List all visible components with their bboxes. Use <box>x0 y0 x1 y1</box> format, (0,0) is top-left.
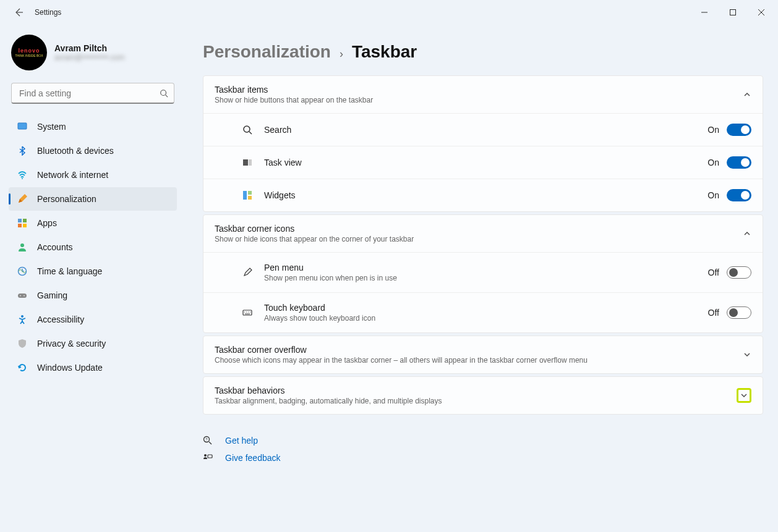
search-icon <box>160 89 168 98</box>
sidebar: lenovo THINK INSIDE BOX Avram Piltch avr… <box>0 25 186 532</box>
svg-rect-7 <box>18 224 22 227</box>
sidebar-item-bluetooth[interactable]: Bluetooth & devices <box>9 139 177 163</box>
section-overflow: Taskbar corner overflow Choose which ico… <box>203 336 763 374</box>
search-icon <box>241 125 254 135</box>
toggle-search[interactable] <box>727 124 751 136</box>
get-help-link: ? Get help <box>203 432 763 449</box>
widgets-icon <box>241 190 254 200</box>
chevron-down-icon <box>737 388 751 403</box>
nav: System Bluetooth & devices Network & int… <box>9 115 177 379</box>
svg-point-13 <box>24 295 25 297</box>
sidebar-item-system[interactable]: System <box>9 115 177 138</box>
maximize-button[interactable] <box>719 0 747 25</box>
titlebar: Settings <box>0 0 778 25</box>
network-icon <box>16 170 28 180</box>
search-box <box>11 83 174 104</box>
row-touch-keyboard: Touch keyboard Always show touch keyboar… <box>203 292 763 332</box>
avatar: lenovo THINK INSIDE BOX <box>11 35 47 70</box>
update-icon <box>16 363 28 373</box>
section-header-overflow[interactable]: Taskbar corner overflow Choose which ico… <box>203 336 763 373</box>
section-header-corner-icons[interactable]: Taskbar corner icons Show or hide icons … <box>203 215 763 252</box>
row-pen-menu: Pen menu Show pen menu icon when pen is … <box>203 252 763 292</box>
svg-point-4 <box>22 178 23 179</box>
maximize-icon <box>729 9 737 16</box>
feedback-link: Give feedback <box>203 449 763 467</box>
svg-rect-17 <box>249 159 252 166</box>
svg-rect-5 <box>18 219 22 222</box>
svg-rect-8 <box>23 224 27 227</box>
sidebar-item-privacy[interactable]: Privacy & security <box>9 332 177 355</box>
pen-icon <box>241 268 254 277</box>
privacy-icon <box>16 339 28 348</box>
svg-rect-2 <box>18 123 27 129</box>
minimize-button[interactable] <box>690 0 719 25</box>
svg-rect-25 <box>208 455 212 458</box>
page-title: Taskbar <box>352 42 417 62</box>
svg-rect-0 <box>730 10 736 15</box>
arrow-left-icon <box>14 7 24 17</box>
svg-text:?: ? <box>205 437 208 441</box>
help-links: ? Get help Give feedback <box>203 432 763 467</box>
section-corner-icons: Taskbar corner icons Show or hide icons … <box>203 214 763 333</box>
sidebar-item-personalization[interactable]: Personalization <box>9 187 177 211</box>
sidebar-item-network[interactable]: Network & internet <box>9 163 177 187</box>
help-icon: ? <box>203 436 215 445</box>
breadcrumb-sep: › <box>340 48 343 61</box>
close-button[interactable] <box>747 0 776 25</box>
svg-point-9 <box>20 243 24 247</box>
window-title: Settings <box>35 8 61 17</box>
time-icon <box>16 266 28 276</box>
breadcrumb-parent[interactable]: Personalization <box>203 42 331 62</box>
back-button[interactable] <box>11 5 26 20</box>
section-header-items[interactable]: Taskbar items Show or hide buttons that … <box>203 76 763 113</box>
profile-name: Avram Piltch <box>54 43 125 53</box>
svg-point-1 <box>161 90 166 96</box>
section-behaviors: Taskbar behaviors Taskbar alignment, bad… <box>203 376 763 415</box>
gaming-icon <box>16 290 28 300</box>
svg-rect-19 <box>248 191 252 195</box>
bluetooth-icon <box>16 146 28 156</box>
svg-point-15 <box>244 126 250 132</box>
chevron-down-icon <box>743 350 751 359</box>
toggle-pen[interactable] <box>727 266 751 279</box>
svg-rect-21 <box>243 310 252 315</box>
feedback-icon <box>203 453 215 463</box>
accessibility-icon <box>16 315 28 324</box>
profile[interactable]: lenovo THINK INSIDE BOX Avram Piltch avr… <box>9 31 177 80</box>
svg-rect-6 <box>23 219 27 222</box>
close-icon <box>758 9 765 16</box>
search-input[interactable] <box>11 83 174 104</box>
breadcrumb: Personalization › Taskbar <box>203 42 763 62</box>
toggle-widgets[interactable] <box>727 189 751 201</box>
sidebar-item-gaming[interactable]: Gaming <box>9 284 177 307</box>
chevron-up-icon <box>743 90 751 99</box>
row-widgets: Widgets On <box>203 179 763 211</box>
accounts-icon <box>16 242 28 252</box>
svg-point-14 <box>21 315 24 318</box>
row-taskview: Task view On <box>203 146 763 179</box>
section-taskbar-items: Taskbar items Show or hide buttons that … <box>203 75 763 212</box>
sidebar-item-apps[interactable]: Apps <box>9 211 177 235</box>
toggle-taskview[interactable] <box>727 156 751 169</box>
sidebar-item-update[interactable]: Windows Update <box>9 356 177 379</box>
section-header-behaviors[interactable]: Taskbar behaviors Taskbar alignment, bad… <box>203 377 763 414</box>
system-icon <box>16 122 28 132</box>
svg-point-24 <box>204 454 207 457</box>
svg-rect-18 <box>243 191 247 200</box>
sidebar-item-time[interactable]: Time & language <box>9 260 177 283</box>
apps-icon <box>16 218 28 228</box>
minimize-icon <box>701 9 708 16</box>
toggle-touch-keyboard[interactable] <box>727 306 751 319</box>
keyboard-icon <box>241 308 254 318</box>
row-search: Search On <box>203 113 763 146</box>
content: Personalization › Taskbar Taskbar items … <box>186 25 778 532</box>
svg-rect-20 <box>248 196 252 200</box>
personalization-icon <box>16 194 28 204</box>
svg-rect-16 <box>243 159 248 166</box>
svg-point-12 <box>20 295 21 297</box>
chevron-up-icon <box>743 229 751 238</box>
taskview-icon <box>241 158 254 167</box>
sidebar-item-accounts[interactable]: Accounts <box>9 235 177 259</box>
svg-rect-11 <box>18 293 27 298</box>
sidebar-item-accessibility[interactable]: Accessibility <box>9 308 177 331</box>
